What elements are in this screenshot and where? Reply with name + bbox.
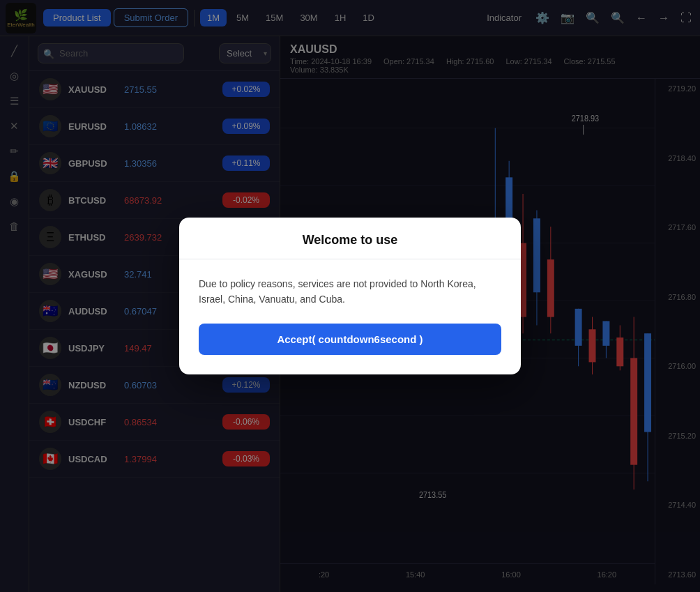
modal: Welcome to use Due to policy reasons, se… bbox=[179, 218, 521, 375]
accept-button[interactable]: Accept( countdown6second ) bbox=[199, 324, 501, 355]
modal-body-text: Due to policy reasons, services are not … bbox=[199, 276, 501, 308]
modal-footer: Accept( countdown6second ) bbox=[179, 324, 521, 374]
modal-title: Welcome to use bbox=[196, 233, 504, 248]
modal-header: Welcome to use bbox=[179, 218, 521, 259]
modal-body: Due to policy reasons, services are not … bbox=[179, 259, 521, 324]
modal-overlay: Welcome to use Due to policy reasons, se… bbox=[0, 0, 700, 592]
